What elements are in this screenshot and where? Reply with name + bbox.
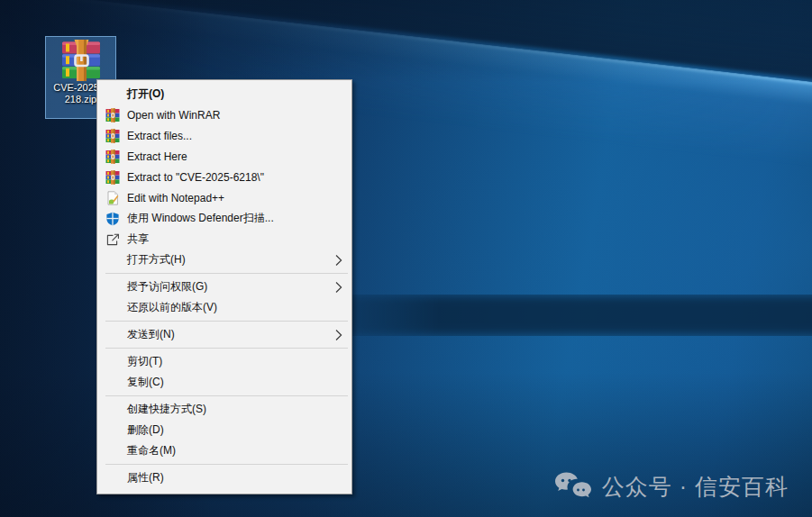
menu-separator	[105, 321, 348, 322]
menu-item-cut[interactable]: 剪切(T)	[97, 351, 351, 372]
menu-item-label: 授予访问权限(G)	[127, 279, 207, 295]
menu-item-share[interactable]: 共享	[97, 229, 351, 249]
menu-item-label: 重命名(M)	[127, 443, 176, 458]
menu-item-label: Extract to "CVE-2025-6218\"	[127, 171, 264, 184]
menu-item-icon-placeholder	[105, 444, 120, 458]
submenu-chevron-icon	[335, 281, 342, 294]
menu-separator	[105, 273, 348, 274]
menu-item-label: 还原以前的版本(V)	[127, 300, 217, 315]
menu-item-give-access[interactable]: 授予访问权限(G)	[97, 277, 351, 297]
menu-item-label: 打开(O)	[127, 86, 164, 102]
share-icon	[105, 232, 120, 247]
menu-item-restore-previous[interactable]: 还原以前的版本(V)	[97, 297, 351, 318]
desktop[interactable]: CVE-2025-6 218.zip 打开(O)Open with WinRAR…	[0, 0, 812, 517]
menu-item-label: Extract Here	[127, 150, 187, 163]
menu-item-label: 剪切(T)	[127, 354, 162, 369]
menu-item-open-with-winrar[interactable]: Open with WinRAR	[97, 104, 351, 125]
menu-item-icon-placeholder	[105, 355, 120, 369]
wechat-icon	[554, 471, 592, 502]
menu-item-open[interactable]: 打开(O)	[97, 84, 351, 104]
winrar-archive-icon	[59, 40, 103, 81]
menu-item-label: 打开方式(H)	[127, 252, 186, 268]
menu-separator	[105, 464, 348, 465]
menu-item-icon-placeholder	[105, 423, 120, 438]
menu-separator	[105, 348, 348, 349]
winrar-icon	[105, 150, 120, 164]
menu-item-copy[interactable]: 复制(C)	[97, 372, 351, 393]
menu-item-create-shortcut[interactable]: 创建快捷方式(S)	[97, 399, 351, 420]
menu-item-icon-placeholder	[105, 376, 120, 390]
menu-item-edit-with-notepadpp[interactable]: Edit with Notepad++	[97, 187, 351, 208]
submenu-chevron-icon	[335, 254, 342, 267]
menu-item-label: 创建快捷方式(S)	[127, 402, 206, 417]
menu-item-properties[interactable]: 属性(R)	[97, 467, 351, 488]
menu-item-icon-placeholder	[105, 87, 120, 102]
menu-item-rename[interactable]: 重命名(M)	[97, 440, 351, 461]
menu-item-label: Open with WinRAR	[127, 109, 220, 122]
menu-separator	[105, 395, 348, 396]
menu-item-label: 发送到(N)	[127, 327, 175, 342]
menu-item-defender-scan[interactable]: 使用 Windows Defender扫描...	[97, 208, 351, 229]
menu-item-delete[interactable]: 删除(D)	[97, 420, 351, 440]
winrar-icon	[105, 108, 120, 122]
winrar-icon	[105, 170, 120, 185]
menu-item-icon-placeholder	[105, 253, 120, 268]
menu-item-label: 删除(D)	[127, 422, 164, 438]
watermark: 公众号 · 信安百科	[554, 471, 789, 502]
notepadpp-icon	[105, 191, 120, 205]
menu-item-label: 复制(C)	[127, 375, 164, 390]
menu-item-icon-placeholder	[105, 471, 120, 485]
menu-item-label: 使用 Windows Defender扫描...	[127, 211, 274, 226]
menu-item-label: 属性(R)	[127, 470, 164, 485]
menu-item-icon-placeholder	[105, 301, 120, 315]
winrar-icon	[105, 129, 120, 143]
watermark-text: 公众号 · 信安百科	[602, 472, 789, 502]
menu-item-extract-to[interactable]: Extract to "CVE-2025-6218\"	[97, 167, 351, 187]
menu-item-label: Edit with Notepad++	[127, 192, 224, 204]
menu-item-icon-placeholder	[105, 328, 120, 342]
menu-item-icon-placeholder	[105, 403, 120, 417]
menu-item-open-with[interactable]: 打开方式(H)	[97, 249, 351, 270]
menu-item-send-to[interactable]: 发送到(N)	[97, 324, 351, 345]
submenu-chevron-icon	[335, 329, 342, 341]
menu-item-extract-files[interactable]: Extract files...	[97, 125, 351, 146]
menu-item-icon-placeholder	[105, 280, 120, 295]
context-menu: 打开(O)Open with WinRARExtract files...Ext…	[96, 79, 352, 494]
menu-item-extract-here[interactable]: Extract Here	[97, 146, 351, 167]
defender-icon	[105, 212, 120, 226]
menu-item-label: 共享	[127, 231, 149, 247]
menu-item-label: Extract files...	[127, 130, 192, 142]
